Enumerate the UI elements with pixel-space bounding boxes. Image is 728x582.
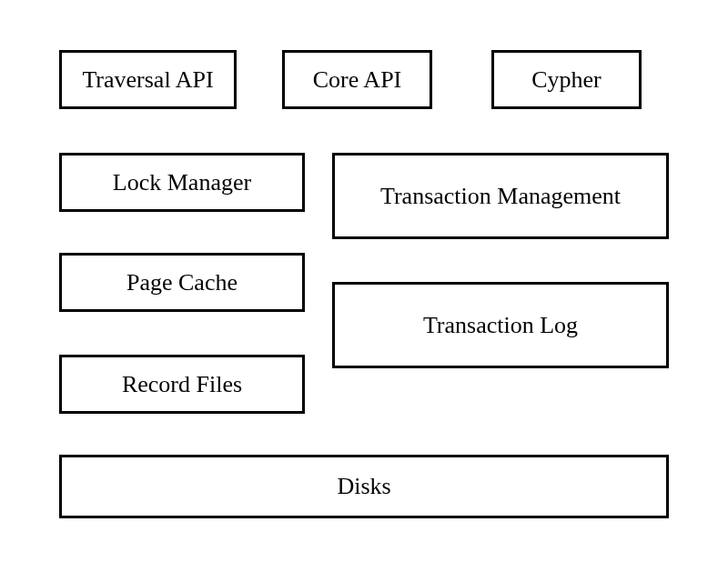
box-disks: Disks bbox=[59, 455, 669, 518]
box-label: Transaction Log bbox=[423, 312, 578, 339]
box-transaction-management: Transaction Management bbox=[332, 153, 669, 239]
box-label: Traversal API bbox=[82, 66, 213, 94]
box-label: Page Cache bbox=[126, 269, 238, 296]
architecture-diagram: Traversal API Core API Cypher Lock Manag… bbox=[0, 0, 728, 582]
box-label: Core API bbox=[313, 66, 402, 94]
box-label: Lock Manager bbox=[113, 169, 251, 196]
box-record-files: Record Files bbox=[59, 355, 305, 414]
box-label: Cypher bbox=[531, 66, 602, 94]
box-page-cache: Page Cache bbox=[59, 253, 305, 312]
box-label: Transaction Management bbox=[380, 183, 621, 210]
box-lock-manager: Lock Manager bbox=[59, 153, 305, 212]
box-core-api: Core API bbox=[282, 50, 432, 109]
box-label: Disks bbox=[337, 473, 390, 500]
box-traversal-api: Traversal API bbox=[59, 50, 237, 109]
box-cypher: Cypher bbox=[491, 50, 642, 109]
box-label: Record Files bbox=[122, 371, 242, 398]
box-transaction-log: Transaction Log bbox=[332, 282, 669, 368]
